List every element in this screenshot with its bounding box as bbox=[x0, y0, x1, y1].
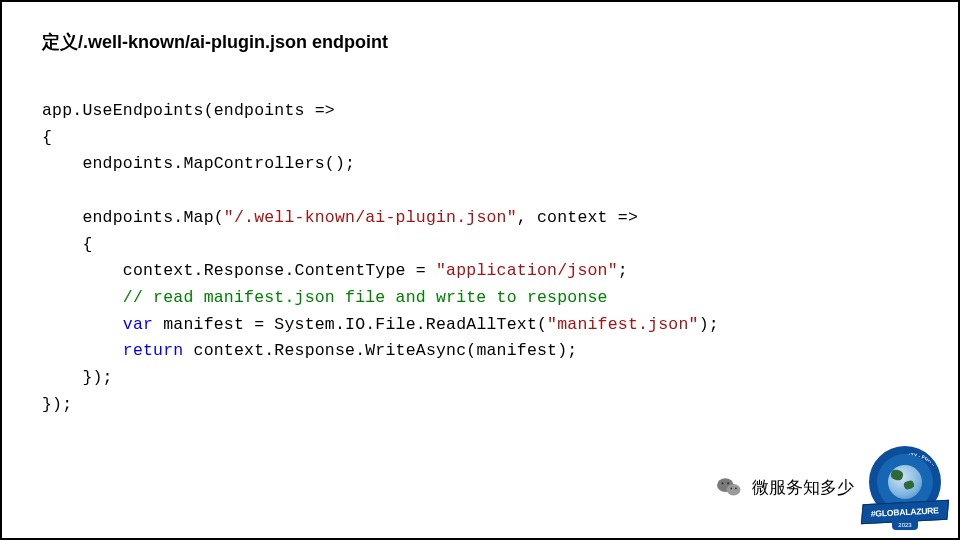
svg-point-5 bbox=[735, 487, 737, 489]
footer-account-name: 微服务知多少 bbox=[752, 476, 854, 499]
svg-point-2 bbox=[721, 482, 723, 484]
code-line: context.Response.ContentType = bbox=[42, 261, 436, 280]
svg-point-1 bbox=[727, 484, 741, 495]
slide-title: 定义/.well-known/ai-plugin.json endpoint bbox=[42, 30, 918, 54]
code-block: app.UseEndpoints(endpoints => { endpoint… bbox=[42, 98, 918, 419]
global-azure-badge: BY COMMUNITY - FOR COMMUNITY #GLOBALAZUR… bbox=[864, 446, 946, 528]
code-line: manifest = System.IO.File.ReadAllText( bbox=[153, 315, 547, 334]
globe-icon bbox=[888, 465, 922, 499]
code-line: context.Response.WriteAsync(manifest); bbox=[183, 341, 577, 360]
slide-container: 定义/.well-known/ai-plugin.json endpoint a… bbox=[0, 0, 960, 540]
code-line: endpoints.Map( bbox=[42, 208, 224, 227]
code-line: { bbox=[42, 128, 52, 147]
code-line: }); bbox=[42, 395, 72, 414]
svg-point-3 bbox=[727, 482, 729, 484]
code-line: app.UseEndpoints(endpoints => bbox=[42, 101, 335, 120]
code-keyword: return bbox=[42, 341, 183, 360]
code-line: endpoints.MapControllers(); bbox=[42, 154, 355, 173]
code-comment: // read manifest.json file and write to … bbox=[42, 288, 608, 307]
badge-year: 2023 bbox=[892, 520, 918, 530]
code-string: "manifest.json" bbox=[547, 315, 699, 334]
code-line: { bbox=[42, 235, 93, 254]
code-line: }); bbox=[42, 368, 113, 387]
svg-point-4 bbox=[730, 487, 732, 489]
code-line: ; bbox=[618, 261, 628, 280]
wechat-icon bbox=[716, 476, 742, 498]
footer: 微服务知多少 BY COMMUNITY - FOR COMMUNITY #GLO… bbox=[716, 446, 946, 528]
code-line: , context => bbox=[517, 208, 638, 227]
code-keyword: var bbox=[42, 315, 153, 334]
code-string: "/.well-known/ai-plugin.json" bbox=[224, 208, 517, 227]
code-string: "application/json" bbox=[436, 261, 618, 280]
code-line: ); bbox=[699, 315, 719, 334]
